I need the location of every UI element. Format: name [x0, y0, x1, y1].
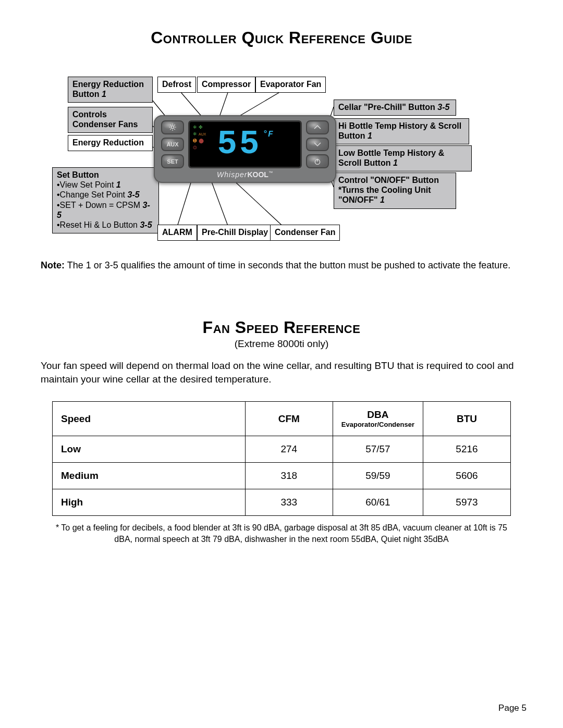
temperature-display: 55°F: [217, 126, 273, 163]
callout-compressor: Compressor: [197, 77, 255, 93]
callout-set-button: Set Button •View Set Point 1 •Change Set…: [52, 167, 159, 233]
heading-controller-guide: Controller Quick Reference Guide: [36, 28, 527, 47]
power-icon: [313, 157, 322, 166]
sun-button[interactable]: [161, 120, 184, 134]
table-row: High 333 60/61 5973: [53, 489, 511, 516]
table-row: Low 274 57/57 5216: [53, 436, 511, 463]
callout-prechill-display: Pre-Chill Display: [197, 225, 273, 241]
svg-point-14: [171, 126, 174, 129]
callout-prechill-button: Cellar "Pre-Chill" Button 3-5: [334, 100, 456, 116]
callout-defrost: Defrost: [157, 77, 196, 93]
svg-line-22: [174, 125, 175, 126]
display-screen: ❄✤ ❄AUX ➊⬤ ⏣ 55°F: [188, 120, 302, 168]
down-button[interactable]: [306, 138, 329, 152]
device-brand: WhisperKOOL™: [161, 170, 329, 179]
col-dba: DBA Evaporator/Condenser: [333, 402, 423, 436]
controller-diagram: Energy Reduction Button 1 Controls Conde…: [36, 73, 527, 251]
up-button[interactable]: [306, 120, 329, 134]
chevron-up-icon: [313, 124, 322, 130]
fan-speed-table: Speed CFM DBA Evaporator/Condenser BTU L…: [52, 401, 511, 516]
callout-onoff: Control "ON/OFF" Button *Turns the Cooli…: [334, 172, 456, 209]
callout-alarm: ALARM: [157, 225, 197, 241]
table-header-row: Speed CFM DBA Evaporator/Condenser BTU: [53, 402, 511, 436]
aux-button[interactable]: AUX: [161, 138, 184, 152]
heading-fan-speed: Fan Speed Reference: [36, 318, 527, 337]
power-button[interactable]: [306, 154, 329, 168]
callout-evaporator-fan: Evaporator Fan: [255, 77, 326, 93]
screen-indicator-icons: ❄✤ ❄AUX ➊⬤ ⏣: [193, 125, 206, 150]
set-button[interactable]: SET: [161, 154, 184, 168]
fan-speed-subtitle: (Extreme 8000ti only): [36, 338, 527, 350]
callout-lo-bottle: Low Bottle Temp History & Scroll Button …: [334, 145, 472, 171]
fan-speed-paragraph: Your fan speed will depend on thermal lo…: [41, 359, 522, 386]
controller-device: AUX SET ❄✤ ❄AUX ➊⬤ ⏣ 55°F: [154, 115, 336, 183]
table-footnote: * To get a feeling for decibels, a food …: [52, 522, 511, 545]
callout-energy-reduction-button: Energy Reduction Button 1: [68, 77, 153, 103]
col-cfm: CFM: [245, 402, 333, 436]
callout-hi-bottle: Hi Bottle Temp History & Scroll Button 1: [334, 118, 469, 144]
note-text: Note: The 1 or 3-5 qualifies the amount …: [41, 260, 522, 271]
svg-line-19: [170, 125, 170, 126]
page-number: Page 5: [498, 703, 527, 713]
callout-condenser-fan: Condenser Fan: [270, 225, 340, 241]
sun-icon: [168, 123, 177, 131]
chevron-down-icon: [313, 141, 322, 147]
table-row: Medium 318 59/59 5606: [53, 463, 511, 489]
col-speed: Speed: [53, 402, 246, 436]
callout-controls-condenser-fans: Controls Condenser Fans: [68, 107, 153, 133]
callout-energy-reduction: Energy Reduction: [68, 135, 153, 151]
svg-line-20: [174, 129, 175, 130]
svg-line-21: [170, 129, 170, 130]
col-btu: BTU: [423, 402, 511, 436]
